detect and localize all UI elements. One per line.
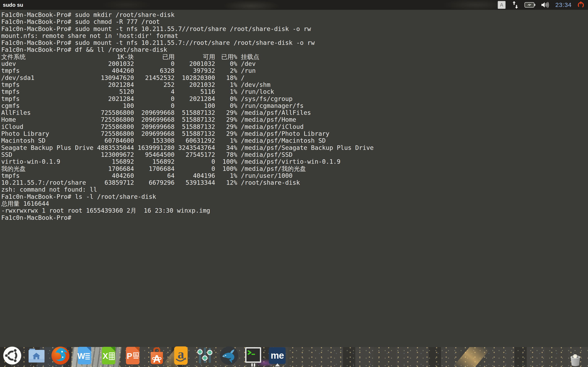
df-cell: /run (237, 67, 588, 74)
df-cell: 1706684 (134, 165, 174, 172)
df-cell: 725586800 (97, 109, 134, 116)
df-cell: 2001032 (97, 60, 134, 67)
df-row: tmpfs40426063283979322%/run (1, 67, 588, 74)
df-cell: /dev/shm (237, 81, 588, 88)
df-row: Seagate Backup Plus Drive488353504416399… (1, 144, 588, 151)
desktop: sudo su A 23:34 (0, 0, 588, 367)
df-row: tmpfs2021284020212840%/sys/fs/cgroup (1, 95, 588, 102)
dock-item-home-folder[interactable] (27, 346, 46, 365)
df-cell: 53913344 (174, 179, 215, 186)
store-glyph: A (153, 353, 161, 365)
df-cell: 2021032 (174, 81, 215, 88)
df-row: AllFiles72558680020969966851588713229%/m… (1, 109, 588, 116)
df-cell: 515887132 (174, 116, 215, 123)
df-cell: / (237, 75, 588, 81)
df-cell: 29% (215, 130, 237, 137)
df-cell: 6679296 (134, 179, 174, 186)
df-cell: 0 (174, 158, 215, 165)
df-cell: 78% (215, 151, 237, 158)
presentation-glyph: P (127, 351, 132, 360)
df-row: tmpfs404260644041961%/run/user/1000 (1, 172, 588, 179)
df-cell: 1% (215, 137, 237, 144)
df-cell: 252 (134, 81, 174, 88)
df-cell: 5120 (97, 88, 134, 95)
trash[interactable] (568, 354, 582, 367)
terminal-window[interactable]: Fa1c0n-MacBook-Pro# sudo mkdir /root/sha… (0, 10, 588, 347)
terminal-line: Fa1c0n-MacBook-Pro# (1, 214, 588, 221)
df-cell: 404196 (174, 172, 215, 179)
df-header-cell: 已用 (134, 53, 174, 60)
dock-item-spreadsheet-app[interactable]: X (99, 346, 118, 365)
dock-item-presentation-app[interactable]: P (123, 346, 142, 365)
df-cell: 404260 (97, 172, 134, 179)
amazon-glyph: a (178, 347, 184, 361)
df-cell: 515887132 (174, 109, 215, 116)
power-icon[interactable] (577, 1, 585, 9)
terminal-line: mount.nfs: remote share not in 'host:dir… (1, 33, 588, 39)
df-cell: tmpfs (1, 88, 97, 95)
df-cell: Photo Library (1, 130, 97, 137)
df-cell: 100 (97, 102, 134, 109)
df-row: /dev/sda11309476202145253210282030018%/ (1, 75, 588, 81)
df-header-cell: 已用% (215, 53, 237, 60)
df-cell: 2001032 (174, 60, 215, 67)
df-cell: /media/psf/Macintosh SD (237, 137, 588, 144)
df-cell: 0 (174, 165, 215, 172)
terminal-line: Fa1c0n-MacBook-Pro# ls -l /root/share-di… (1, 193, 588, 200)
df-cell: 4883535044 (97, 144, 134, 151)
df-cell: 0% (215, 60, 237, 67)
dock-item-sound-sliders[interactable] (196, 346, 214, 365)
df-cell: /run/cgmanager/fs (237, 102, 588, 109)
keyboard-layout-indicator[interactable]: A (498, 1, 506, 9)
df-cell: tmpfs (1, 95, 97, 102)
df-header-row: 文件系统1K-块已用可用已用%挂载点 (1, 53, 588, 60)
df-header-cell: 1K-块 (97, 53, 134, 60)
dock: W X P (3, 346, 287, 365)
df-cell: /media/psf/Seagate Backup Plus Drive (237, 144, 588, 151)
df-row: tmpfs202128425220210321%/dev/shm (1, 81, 588, 88)
terminal-line: 总用量 1616644 (1, 200, 588, 207)
terminal-line: Fa1c0n-MacBook-Pro# sudo chmod -R 777 /r… (1, 18, 588, 25)
df-cell: 100% (215, 158, 237, 165)
df-header-cell: 文件系统 (1, 53, 97, 60)
df-cell: 10.211.55.7:/root/share (1, 179, 97, 186)
dock-item-ubuntu-launcher[interactable] (3, 346, 22, 365)
df-cell: /media/psf/我的光盘 (237, 165, 588, 172)
clock[interactable]: 23:34 (555, 1, 572, 8)
dock-item-me-app[interactable]: me (268, 346, 287, 365)
df-cell: 18% (215, 75, 237, 81)
df-row: virtio-win-0.1.91568921568920100%/media/… (1, 158, 588, 165)
volume-icon[interactable] (541, 1, 550, 8)
df-cell: udev (1, 60, 97, 67)
df-cell: 1639991280 (134, 144, 174, 151)
df-cell: /media/psf/virtio-win-0.1.9 (237, 158, 588, 165)
terminal-line: Fa1c0n-MacBook-Pro# sudo mount -t nfs 10… (1, 25, 588, 33)
df-cell: 4 (134, 88, 174, 95)
df-cell: 64 (134, 172, 174, 179)
terminal-running-indicator (251, 363, 255, 367)
df-header-cell: 可用 (174, 53, 215, 60)
df-cell: 0 (134, 95, 174, 102)
df-cell: /run/user/1000 (237, 172, 588, 179)
dock-item-dolphin-app[interactable] (220, 346, 238, 365)
df-cell: 397932 (174, 67, 215, 74)
dock-item-writer-app[interactable]: W (75, 346, 94, 365)
df-cell: 725586800 (97, 116, 134, 123)
df-cell: 0% (215, 95, 237, 102)
battery-charging-icon[interactable] (524, 2, 536, 8)
network-traffic-icon[interactable] (511, 1, 519, 9)
df-cell: tmpfs (1, 67, 97, 74)
dock-item-amazon[interactable]: a (172, 346, 190, 365)
df-cell: 0 (134, 60, 174, 67)
dock-item-software-store[interactable]: A (147, 346, 166, 365)
df-cell: 515887132 (174, 130, 215, 137)
df-cell: SSD (1, 151, 97, 158)
dock-item-firefox[interactable] (51, 346, 70, 365)
df-cell: 209699668 (134, 130, 174, 137)
system-tray: A 23:34 (498, 0, 588, 10)
df-cell: /root/share-disk (237, 179, 588, 186)
dock-item-terminal-app[interactable] (244, 346, 263, 365)
df-cell: 153308 (134, 137, 174, 144)
df-cell: 29% (215, 116, 237, 123)
df-cell: AllFiles (1, 109, 97, 116)
